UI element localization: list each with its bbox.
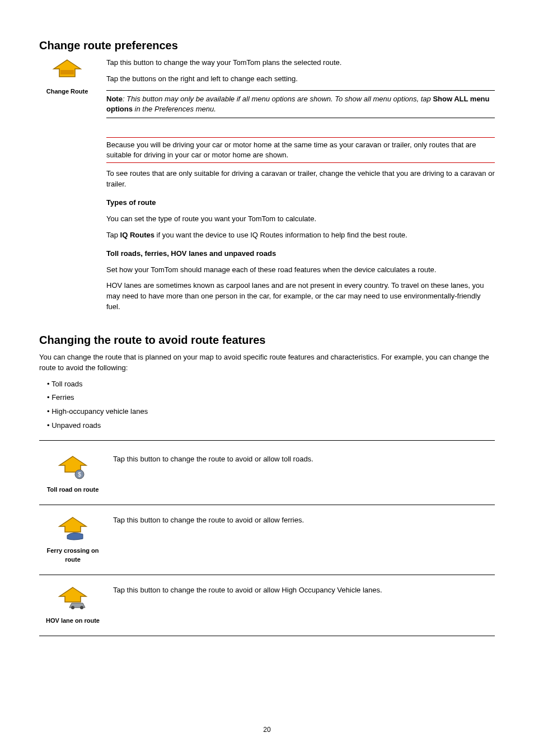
hov-icon-label: HOV lane on route xyxy=(46,617,100,626)
warning-separator-bottom xyxy=(106,162,495,163)
svg-marker-5 xyxy=(59,517,86,532)
note-prefix: Note xyxy=(106,95,123,103)
section-title-2: Changing the route to avoid route featur… xyxy=(39,334,495,347)
bullet-hov: High-occupancy vehicle lanes xyxy=(47,407,495,417)
note-body: : This button may only be available if a… xyxy=(123,95,433,103)
table-row: $ Toll road on route Tap this button to … xyxy=(39,444,495,505)
svg-point-8 xyxy=(80,606,83,609)
change-route-icon-label: Change Route xyxy=(39,88,95,95)
warning-text-1: Because you will be driving your car or … xyxy=(106,140,495,160)
section-title: Change route preferences xyxy=(39,39,495,52)
section2-intro: You can change the route that is planned… xyxy=(39,352,495,374)
svg-point-7 xyxy=(71,606,74,609)
note-suffix: in the Preferences menu. xyxy=(133,105,216,113)
svg-marker-2 xyxy=(59,456,86,472)
tollferry-intro: Set how your TomTom should manage each o… xyxy=(106,265,495,276)
page-number: 20 xyxy=(0,726,534,734)
subhead-types: Types of route xyxy=(106,198,495,208)
svg-marker-6 xyxy=(59,587,86,602)
note-block: Note: This button may only be available … xyxy=(106,94,495,114)
hov-icon xyxy=(46,585,100,612)
separator xyxy=(106,118,495,118)
ferry-icon-label: Ferry crossing on route xyxy=(46,547,100,564)
section-change-route-avoid: Changing the route to avoid route featur… xyxy=(39,334,495,431)
warning-text-2: To see routes that are only suitable for… xyxy=(106,169,495,190)
change-route-icon xyxy=(39,58,95,85)
warning-separator-top xyxy=(106,137,495,138)
hov-extra: HOV lanes are sometimes known as carpool… xyxy=(106,281,495,312)
separator xyxy=(106,90,495,91)
bullet-ferries: Ferries xyxy=(47,393,495,403)
section-change-route-preferences: Change route preferences Change Route Ta… xyxy=(39,39,495,318)
bullet-toll: Toll roads xyxy=(47,379,495,390)
intro-line-1: Tap this button to change the way your T… xyxy=(106,58,495,68)
intro-line-2: Tap the buttons on the right and left to… xyxy=(106,74,495,85)
tap-label: Tap xyxy=(106,231,120,239)
table-row: HOV lane on route Tap this button to cha… xyxy=(39,575,495,635)
table-row: Ferry crossing on route Tap this button … xyxy=(39,505,495,574)
route-features-table: $ Toll road on route Tap this button to … xyxy=(39,444,495,636)
types-intro: You can set the type of route you want y… xyxy=(106,214,495,225)
change-route-block: Change Route xyxy=(39,58,95,95)
svg-rect-1 xyxy=(60,70,74,74)
hov-desc: Tap this button to change the route to a… xyxy=(106,575,495,635)
svg-text:$: $ xyxy=(78,472,81,478)
iq-after: if you want the device to use IQ Routes … xyxy=(154,231,407,239)
subhead-tollferry: Toll roads, ferries, HOV lanes and unpav… xyxy=(106,249,495,259)
iq-routes-link[interactable]: IQ Routes xyxy=(120,231,154,239)
toll-road-icon-label: Toll road on route xyxy=(46,486,100,494)
warning-block: Because you will be driving your car or … xyxy=(106,140,495,160)
toll-road-desc: Tap this button to change the route to a… xyxy=(106,444,495,505)
toll-road-icon: $ xyxy=(46,454,100,481)
ferry-desc: Tap this button to change the route to a… xyxy=(106,505,495,574)
bullet-unpaved: Unpaved roads xyxy=(47,421,495,431)
feature-table-top-rule xyxy=(39,440,495,441)
iq-routes-line: Tap IQ Routes if you want the device to … xyxy=(106,230,495,241)
ferry-icon xyxy=(46,515,100,542)
